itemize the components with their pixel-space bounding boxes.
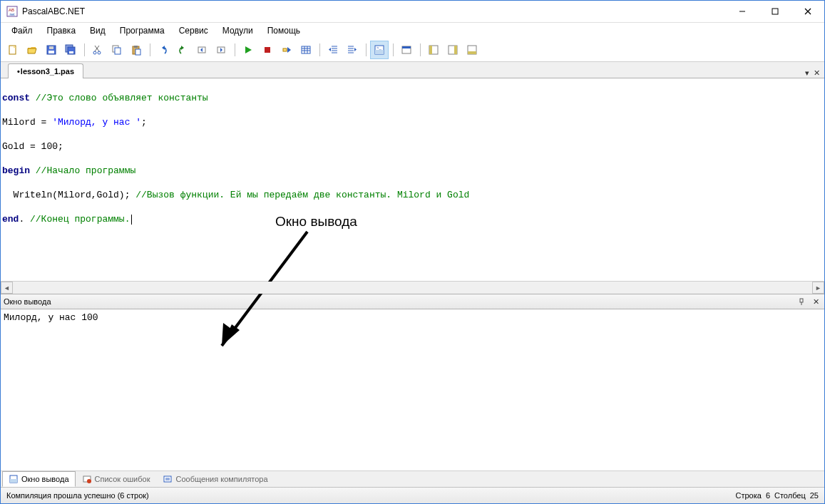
copy-button[interactable] [108,41,126,59]
file-tab[interactable]: •lesson3_1.pas [8,63,83,78]
svg-marker-25 [181,46,184,50]
window-title: PascalABC.NET [22,6,726,16]
main-window: AB.net PascalABC.NET Файл Правка Вид Про… [0,0,825,504]
svg-marker-48 [354,48,357,51]
run-button[interactable] [239,41,257,59]
svg-rect-4 [772,9,778,14]
scroll-left-icon[interactable]: ◄ [1,282,13,294]
toolbar-sep [148,41,152,58]
close-button[interactable] [791,1,824,22]
svg-rect-57 [454,46,457,54]
svg-rect-63 [800,299,803,302]
menu-modules[interactable]: Модули [216,24,260,38]
svg-rect-50 [375,50,384,54]
minimize-button[interactable] [726,1,759,22]
svg-rect-59 [468,51,476,54]
toolbar: >_ [1,38,824,62]
tab-filename: lesson3_1.pas [21,67,74,76]
errors-tab-icon [82,474,92,484]
svg-marker-29 [220,48,222,52]
menu-service[interactable]: Сервис [173,24,215,38]
messages-tab-icon [163,474,173,484]
output-panel-title: Окно вывода [4,297,793,306]
svg-rect-53 [402,46,411,48]
svg-marker-43 [329,48,331,51]
toggle-output-button[interactable]: >_ [370,41,389,59]
new-file-button[interactable] [4,41,22,59]
status-line-label: Строка [735,491,761,500]
menu-help[interactable]: Помощь [261,24,307,38]
undo-button[interactable] [154,41,173,59]
svg-rect-23 [135,49,140,55]
stop-button[interactable] [258,41,277,59]
save-button[interactable] [42,41,61,59]
toolbar-sep [391,41,395,58]
svg-rect-55 [429,46,432,54]
bottom-tabs: Окно вывода Список ошибок Сообщения комп… [1,470,824,487]
status-col-value: 25 [810,491,819,500]
tab-errors[interactable]: Список ошибок [76,471,157,487]
menu-file[interactable]: Файл [5,24,39,38]
save-all-button[interactable] [61,41,80,59]
toolbar-sep [364,41,368,58]
menubar: Файл Правка Вид Программа Сервис Модули … [1,23,824,38]
code-editor[interactable]: const //Это слово объявляет константы Mi… [1,78,824,281]
panel-1-button[interactable] [424,41,443,59]
svg-point-17 [93,51,96,54]
maximize-button[interactable] [759,1,791,22]
editor-area: const //Это слово объявляет константы Mi… [1,78,824,294]
svg-rect-69 [164,476,171,482]
pin-icon[interactable] [796,296,807,307]
paste-button[interactable] [127,41,145,59]
svg-marker-30 [245,46,252,53]
svg-rect-14 [69,51,73,53]
compile-button[interactable] [297,41,315,59]
menu-program[interactable]: Программа [113,24,171,38]
tab-compiler-messages[interactable]: Сообщения компилятора [156,471,274,487]
redo-button[interactable] [173,41,192,59]
output-panel[interactable]: Милорд, у нас 100 [1,309,824,470]
tab-output[interactable]: Окно вывода [2,471,76,487]
toolbar-sep [317,41,322,58]
tabs-close[interactable]: ✕ [814,68,820,78]
status-message: Компиляция прошла успешно (6 строк) [6,491,735,500]
dirty-indicator: • [17,67,20,76]
svg-marker-24 [162,46,165,50]
output-tab-icon [9,474,19,484]
toolbar-sep [418,41,422,58]
toolbar-sep [232,41,237,58]
toolbar-sep [82,41,86,58]
panel-2-button[interactable] [444,41,462,59]
svg-rect-32 [283,48,287,51]
svg-marker-27 [200,48,203,52]
document-tabs: •lesson3_1.pas ▾ ✕ [1,62,824,78]
svg-rect-66 [10,479,17,483]
svg-rect-34 [302,46,310,53]
cut-button[interactable] [88,41,107,59]
tabs-dropdown[interactable]: ▾ [805,68,809,78]
editor-hscrollbar[interactable]: ◄ ► [1,281,824,294]
status-line-value: 6 [766,491,770,500]
nav-back-button[interactable] [193,41,211,59]
scroll-track[interactable] [13,282,812,294]
statusbar: Компиляция прошла успешно (6 строк) Стро… [1,487,824,503]
step-button[interactable] [277,41,296,59]
menu-view[interactable]: Вид [83,24,112,38]
scroll-right-icon[interactable]: ► [812,282,824,294]
svg-marker-33 [287,47,291,53]
app-icon: AB.net [6,6,18,17]
svg-rect-10 [48,51,54,53]
svg-rect-11 [49,46,53,49]
titlebar: AB.net PascalABC.NET [1,1,824,23]
nav-forward-button[interactable] [212,41,230,59]
outdent-button[interactable] [324,41,342,59]
panel-close-icon[interactable]: ✕ [810,296,821,307]
output-text: Милорд, у нас 100 [4,312,98,323]
form-designer-button[interactable] [397,41,416,59]
indent-button[interactable] [343,41,362,59]
svg-rect-31 [265,47,270,53]
text-cursor [131,215,132,225]
panel-3-button[interactable] [463,41,481,59]
open-file-button[interactable] [23,41,41,59]
menu-edit[interactable]: Правка [41,24,83,38]
